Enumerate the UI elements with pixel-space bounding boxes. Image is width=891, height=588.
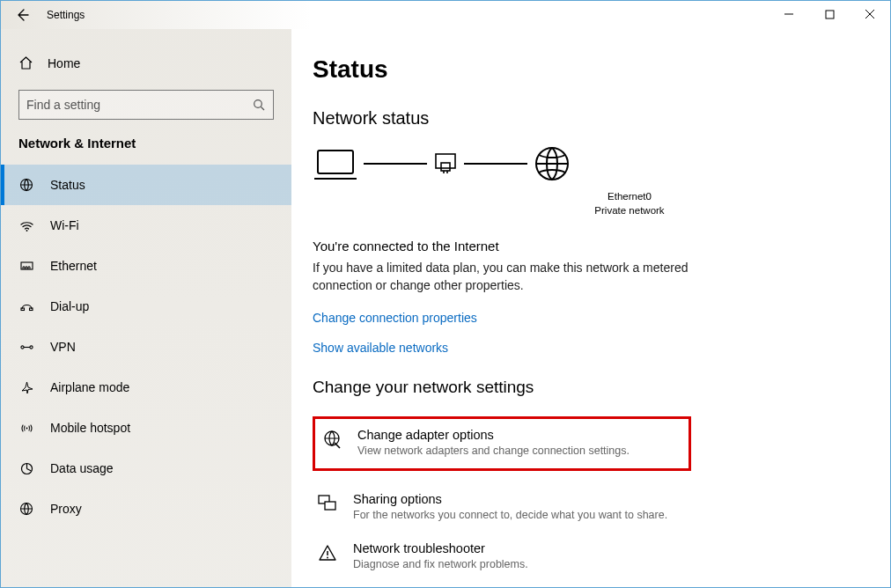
sidebar-item-datausage[interactable]: Data usage [1, 448, 291, 489]
svg-rect-0 [826, 11, 834, 18]
option-sharing[interactable]: Sharing options For the networks you con… [313, 487, 691, 527]
sidebar-item-status[interactable]: Status [1, 165, 291, 205]
sidebar-item-airplane[interactable]: Airplane mode [1, 367, 291, 408]
section-change-settings: Change your network settings [313, 378, 855, 397]
search-box[interactable] [18, 90, 274, 120]
sidebar: Home Network & Internet Status [1, 29, 291, 587]
home-label: Home [48, 56, 80, 70]
main-pane: Status Network status Ethernet0 Private … [291, 29, 890, 587]
sidebar-item-label: Status [50, 178, 85, 192]
home-icon [18, 55, 33, 70]
connection-desc: If you have a limited data plan, you can… [313, 259, 691, 295]
section-network-status: Network status [313, 108, 855, 129]
minimize-icon [784, 9, 794, 19]
svg-point-9 [26, 427, 27, 429]
sidebar-item-proxy[interactable]: Proxy [1, 489, 291, 529]
maximize-button[interactable] [809, 1, 850, 27]
highlight-box: Change adapter options View network adap… [313, 416, 691, 471]
ethernet-icon [18, 259, 34, 274]
change-connection-link[interactable]: Change connection properties [313, 311, 855, 325]
option-title: Sharing options [353, 492, 667, 506]
minimize-button[interactable] [769, 1, 809, 27]
data-usage-icon [18, 461, 34, 476]
troubleshooter-icon [316, 541, 339, 562]
search-input[interactable] [26, 98, 253, 112]
option-desc: For the networks you connect to, decide … [353, 508, 667, 522]
wifi-icon [18, 218, 34, 233]
svg-point-3 [26, 230, 27, 232]
svg-rect-12 [318, 151, 353, 173]
option-title: Change adapter options [357, 428, 630, 442]
svg-rect-6 [29, 308, 33, 311]
svg-rect-13 [436, 154, 455, 168]
sidebar-item-ethernet[interactable]: Ethernet [1, 246, 291, 286]
sidebar-item-wifi[interactable]: Wi-Fi [1, 205, 291, 246]
sidebar-item-label: Ethernet [50, 259, 97, 273]
ethernet-adapter-icon [432, 151, 459, 177]
sidebar-item-label: Airplane mode [50, 380, 129, 394]
section-header: Network & Internet [1, 136, 291, 165]
diagram-line [464, 163, 527, 165]
window-title: Settings [47, 9, 85, 21]
sidebar-item-vpn[interactable]: VPN [1, 327, 291, 367]
arrow-left-icon [14, 7, 30, 23]
option-change-adapter[interactable]: Change adapter options View network adap… [317, 423, 687, 463]
sidebar-item-label: Proxy [50, 502, 82, 516]
sidebar-item-label: Dial-up [50, 299, 89, 313]
close-button[interactable] [850, 1, 890, 27]
close-icon [865, 9, 875, 19]
globe-icon [533, 144, 571, 183]
adapter-options-icon [320, 428, 343, 449]
vpn-icon [18, 340, 34, 355]
dialup-icon [18, 299, 34, 314]
page-title: Status [313, 55, 855, 84]
sidebar-item-label: Data usage [50, 461, 114, 475]
option-title: Network troubleshooter [353, 541, 528, 555]
back-button[interactable] [1, 7, 43, 23]
svg-point-8 [29, 345, 32, 348]
adapter-name: Ethernet0 [404, 190, 855, 204]
titlebar: Settings [1, 1, 890, 29]
svg-point-1 [254, 99, 262, 107]
hotspot-icon [18, 421, 34, 436]
home-button[interactable]: Home [1, 48, 291, 77]
option-troubleshooter[interactable]: Network troubleshooter Diagnose and fix … [313, 536, 691, 577]
sidebar-item-label: Wi-Fi [50, 218, 79, 232]
sharing-icon [316, 492, 339, 513]
option-desc: Diagnose and fix network problems. [353, 557, 528, 571]
maximize-icon [825, 10, 835, 19]
status-icon [18, 178, 34, 192]
diagram-line [364, 163, 427, 165]
svg-rect-18 [325, 502, 335, 510]
sidebar-item-hotspot[interactable]: Mobile hotspot [1, 408, 291, 448]
svg-point-19 [327, 557, 328, 559]
search-icon [253, 99, 266, 112]
sidebar-item-dialup[interactable]: Dial-up [1, 286, 291, 327]
sidebar-item-label: VPN [50, 340, 76, 354]
sidebar-item-label: Mobile hotspot [50, 421, 130, 435]
svg-rect-14 [441, 163, 450, 171]
svg-point-7 [20, 345, 23, 348]
proxy-icon [18, 502, 34, 516]
diagram-caption: Ethernet0 Private network [404, 190, 855, 217]
network-type: Private network [404, 204, 855, 218]
airplane-icon [18, 380, 34, 395]
svg-rect-5 [21, 308, 25, 311]
show-networks-link[interactable]: Show available networks [313, 341, 855, 355]
network-diagram [313, 144, 855, 183]
option-desc: View network adapters and change connect… [357, 444, 630, 458]
connection-status: You're connected to the Internet [313, 239, 855, 254]
computer-icon [313, 145, 358, 182]
